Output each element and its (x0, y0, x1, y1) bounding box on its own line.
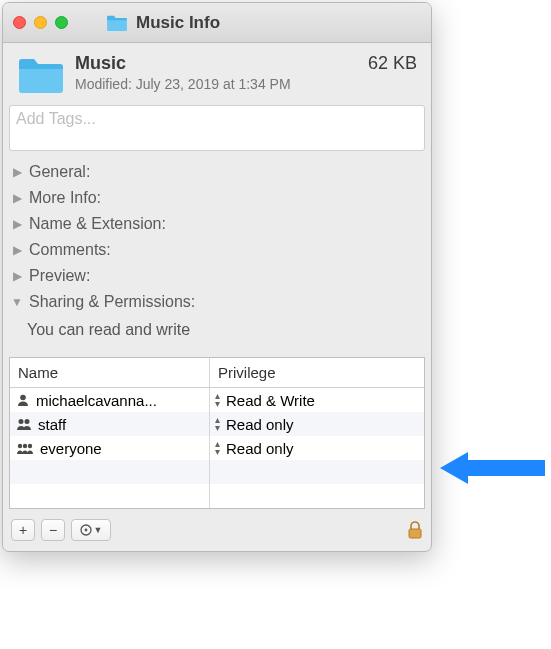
privilege-cell[interactable]: ▴▾Read only (210, 412, 424, 436)
close-button[interactable] (13, 16, 26, 29)
table-row[interactable]: michaelcavanna...▴▾Read & Write (10, 388, 424, 412)
user-name: everyone (40, 440, 102, 457)
folder-icon (106, 14, 128, 32)
name-cell (10, 484, 210, 508)
svg-point-5 (28, 444, 32, 448)
section-label: General: (29, 163, 90, 181)
gear-icon (80, 524, 92, 536)
minimize-button[interactable] (34, 16, 47, 29)
item-name: Music (75, 53, 126, 74)
section-more-info[interactable]: ▶ More Info: (9, 185, 425, 211)
svg-point-1 (19, 419, 24, 424)
table-row (10, 460, 424, 484)
annotation-arrow-icon (440, 448, 545, 488)
zoom-button[interactable] (55, 16, 68, 29)
section-label: Name & Extension: (29, 215, 166, 233)
permissions-hint: You can read and write (9, 315, 425, 349)
action-menu-button[interactable]: ▼ (71, 519, 111, 541)
permissions-toolbar: + − ▼ (3, 515, 431, 551)
section-name-extension[interactable]: ▶ Name & Extension: (9, 211, 425, 237)
name-cell: staff (10, 412, 210, 436)
privilege-cell[interactable]: ▴▾Read only (210, 436, 424, 460)
chevron-down-icon: ▼ (94, 525, 103, 535)
privilege-cell (210, 484, 424, 508)
folder-icon-large (17, 53, 65, 97)
privilege-value: Read & Write (226, 392, 315, 409)
section-label: Comments: (29, 241, 111, 259)
privilege-cell (210, 460, 424, 484)
tags-input[interactable] (16, 110, 418, 128)
table-row[interactable]: everyone▴▾Read only (10, 436, 424, 460)
table-row (10, 484, 424, 508)
chevron-right-icon: ▶ (11, 243, 23, 257)
section-label: Sharing & Permissions: (29, 293, 195, 311)
titlebar: Music Info (3, 3, 431, 43)
svg-point-7 (84, 529, 87, 532)
svg-point-2 (25, 419, 30, 424)
chevron-right-icon: ▶ (11, 217, 23, 231)
svg-point-4 (23, 444, 27, 448)
column-name[interactable]: Name (10, 358, 210, 387)
sections: ▶ General: ▶ More Info: ▶ Name & Extensi… (3, 157, 431, 357)
section-label: More Info: (29, 189, 101, 207)
svg-rect-8 (409, 529, 421, 538)
chevron-right-icon: ▶ (11, 269, 23, 283)
svg-point-0 (20, 395, 26, 401)
stepper-icon[interactable]: ▴▾ (212, 416, 222, 432)
info-window: Music Info Music 62 KB Modified: July 23… (2, 2, 432, 552)
chevron-right-icon: ▶ (11, 191, 23, 205)
section-comments[interactable]: ▶ Comments: (9, 237, 425, 263)
item-size: 62 KB (368, 53, 417, 74)
name-cell: everyone (10, 436, 210, 460)
info-header: Music 62 KB Modified: July 23, 2019 at 1… (3, 43, 431, 105)
user-icon (16, 393, 30, 407)
name-cell: michaelcavanna... (10, 388, 210, 412)
modified-value: July 23, 2019 at 1:34 PM (136, 76, 291, 92)
privilege-cell[interactable]: ▴▾Read & Write (210, 388, 424, 412)
table-row[interactable]: staff▴▾Read only (10, 412, 424, 436)
section-label: Preview: (29, 267, 90, 285)
permissions-table: Name Privilege michaelcavanna...▴▾Read &… (9, 357, 425, 509)
tags-field[interactable] (9, 105, 425, 151)
privilege-value: Read only (226, 440, 294, 457)
section-general[interactable]: ▶ General: (9, 159, 425, 185)
add-button[interactable]: + (11, 519, 35, 541)
modified-label: Modified: (75, 76, 132, 92)
user-icon (16, 441, 34, 455)
section-preview[interactable]: ▶ Preview: (9, 263, 425, 289)
stepper-icon[interactable]: ▴▾ (212, 392, 222, 408)
user-name: michaelcavanna... (36, 392, 157, 409)
user-icon (16, 417, 32, 431)
stepper-icon[interactable]: ▴▾ (212, 440, 222, 456)
section-sharing-permissions[interactable]: ▼ Sharing & Permissions: (9, 289, 425, 315)
svg-point-3 (18, 444, 22, 448)
table-body: michaelcavanna...▴▾Read & Writestaff▴▾Re… (10, 388, 424, 508)
lock-icon[interactable] (407, 520, 423, 540)
table-header: Name Privilege (10, 358, 424, 388)
modified-line: Modified: July 23, 2019 at 1:34 PM (75, 76, 417, 92)
name-cell (10, 460, 210, 484)
column-privilege[interactable]: Privilege (210, 358, 424, 387)
user-name: staff (38, 416, 66, 433)
svg-marker-9 (440, 452, 545, 484)
chevron-right-icon: ▶ (11, 165, 23, 179)
window-controls (13, 16, 68, 29)
chevron-down-icon: ▼ (11, 295, 23, 309)
privilege-value: Read only (226, 416, 294, 433)
window-title: Music Info (136, 13, 220, 33)
remove-button[interactable]: − (41, 519, 65, 541)
